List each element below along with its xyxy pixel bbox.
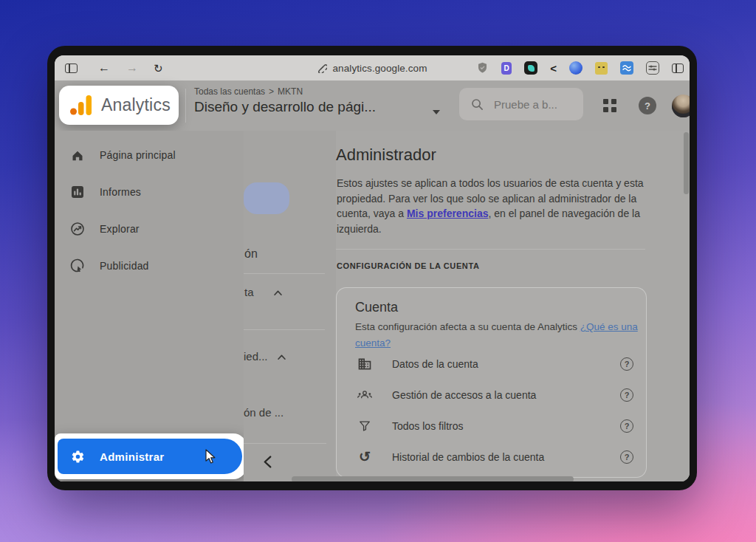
shield-extension-icon[interactable] — [476, 61, 489, 75]
filter-icon — [357, 419, 372, 433]
admin-side-panel: ón ta ied... ón de — [244, 131, 336, 481]
row-label: Todos los filtros — [392, 420, 463, 432]
avatar[interactable] — [672, 95, 690, 117]
sidebar-item-label: Página principal — [100, 149, 176, 161]
breadcrumb-path[interactable]: Todas las cuentas — [194, 86, 265, 97]
chevron-left-icon[interactable] — [263, 456, 272, 468]
link-icon — [317, 63, 327, 73]
ads-icon — [70, 258, 85, 273]
search-input[interactable]: Pruebe a b... — [459, 88, 583, 120]
panel-divider — [244, 273, 325, 274]
dimmed-create-button[interactable] — [244, 182, 289, 214]
sliders-extension-icon[interactable] — [646, 61, 659, 75]
mouse-cursor — [205, 449, 218, 465]
history-icon: ↺ — [357, 450, 372, 464]
property-selector[interactable]: Diseño y desarrollo de pági... — [194, 99, 376, 115]
home-icon — [70, 148, 85, 162]
analytics-page: Analytics Todas las cuentas > MKTN Diseñ… — [55, 80, 690, 481]
admin-main: Administrador Estos ajustes se aplican a… — [336, 131, 690, 481]
breadcrumb-separator: > — [269, 86, 274, 97]
split-view-icon[interactable] — [672, 64, 684, 73]
analytics-logo-text: Analytics — [101, 95, 171, 115]
note-extension-icon[interactable] — [595, 62, 608, 75]
section-divider — [336, 249, 645, 250]
card-title: Cuenta — [355, 300, 398, 315]
apps-grid-icon[interactable] — [603, 99, 616, 112]
explore-icon — [70, 222, 85, 236]
sidebar-item-admin[interactable]: Administrar — [58, 439, 242, 474]
page-title: Administrador — [336, 145, 436, 165]
card-row-account-details[interactable]: Datos de la cuenta ? — [337, 351, 647, 377]
d-extension-icon[interactable]: D — [501, 62, 512, 75]
panel-divider — [244, 329, 325, 330]
sidebar-item-label: Informes — [100, 186, 141, 198]
extension-icons: D < — [476, 55, 684, 80]
reports-icon — [70, 185, 85, 199]
chevron-up-icon[interactable] — [277, 354, 286, 360]
wave-extension-icon[interactable] — [620, 61, 633, 75]
analytics-header: Analytics Todas las cuentas > MKTN Diseñ… — [55, 80, 690, 131]
browser-toolbar: ← → ↻ analytics.google.com — [55, 55, 690, 80]
nav-drawer: Página principal Informes — [55, 131, 244, 481]
desktop-background: ← → ↻ analytics.google.com — [0, 0, 756, 542]
row-label: Gestión de accesos a la cuenta — [392, 389, 536, 401]
chevron-down-icon[interactable] — [433, 110, 440, 114]
help-icon[interactable]: ? — [620, 388, 633, 402]
panel-divider — [244, 443, 326, 444]
sidebar-item-label: Publicidad — [100, 260, 149, 272]
row-label: Historial de cambios de la cuenta — [392, 451, 544, 463]
card-row-change-history[interactable]: ↺ Historial de cambios de la cuenta ? — [337, 445, 647, 470]
people-icon — [357, 388, 372, 402]
search-placeholder: Pruebe a b... — [494, 98, 557, 111]
admin-spotlight: Administrar — [55, 433, 247, 479]
help-icon[interactable]: ? — [620, 450, 633, 464]
card-row-all-filters[interactable]: Todos los filtros ? — [337, 414, 647, 439]
help-icon[interactable]: ? — [620, 357, 633, 371]
breadcrumb-current[interactable]: MKTN — [278, 86, 303, 97]
browser-content: ← → ↻ analytics.google.com — [55, 55, 690, 481]
chevron-up-icon[interactable] — [273, 289, 283, 296]
row-label: Datos de la cuenta — [392, 358, 478, 370]
help-icon[interactable]: ? — [620, 419, 633, 433]
card-row-access-management[interactable]: Gestión de accesos a la cuenta ? — [337, 383, 647, 408]
my-preferences-link[interactable]: Mis preferencias — [407, 207, 489, 219]
sidebar-item-label: Explorar — [100, 223, 140, 235]
intro-text: Estos ajustes se aplican a todos los usu… — [337, 176, 659, 236]
gear-icon — [71, 450, 85, 464]
panel-fragment[interactable]: ta — [244, 286, 283, 298]
sidebar-item-home[interactable]: Página principal — [55, 140, 244, 170]
vertical-scrollbar[interactable] — [684, 132, 689, 194]
building-icon — [357, 357, 372, 371]
sidebar-item-reports[interactable]: Informes — [55, 177, 244, 207]
panel-fragment[interactable]: ied... — [244, 350, 286, 363]
sidebar-item-advertising[interactable]: Publicidad — [55, 251, 244, 281]
dark-extension-icon[interactable] — [524, 61, 537, 75]
panel-fragment: ón de ... — [244, 406, 284, 419]
section-label: CONFIGURACIÓN DE LA CUENTA — [337, 261, 479, 270]
browser-window: ← → ↻ analytics.google.com — [47, 46, 697, 490]
horizontal-scrollbar[interactable] — [292, 476, 574, 481]
globe-extension-icon[interactable] — [569, 61, 583, 75]
help-icon[interactable]: ? — [639, 97, 656, 114]
url-text: analytics.google.com — [332, 63, 427, 74]
card-description: Esta configuración afecta a su cuenta de… — [355, 319, 643, 351]
account-settings-card: Cuenta Esta configuración afecta a su cu… — [336, 287, 647, 478]
header-divider — [185, 89, 186, 123]
admin-label: Administrar — [100, 450, 165, 463]
arrow-extension-icon[interactable]: < — [550, 62, 557, 75]
breadcrumb[interactable]: Todas las cuentas > MKTN — [194, 86, 303, 97]
sidebar-item-explore[interactable]: Explorar — [55, 214, 244, 244]
panel-fragment: ón — [244, 247, 258, 261]
analytics-logo-icon — [70, 95, 92, 115]
analytics-logo-spotlight[interactable]: Analytics — [59, 86, 179, 125]
search-icon — [471, 98, 484, 111]
